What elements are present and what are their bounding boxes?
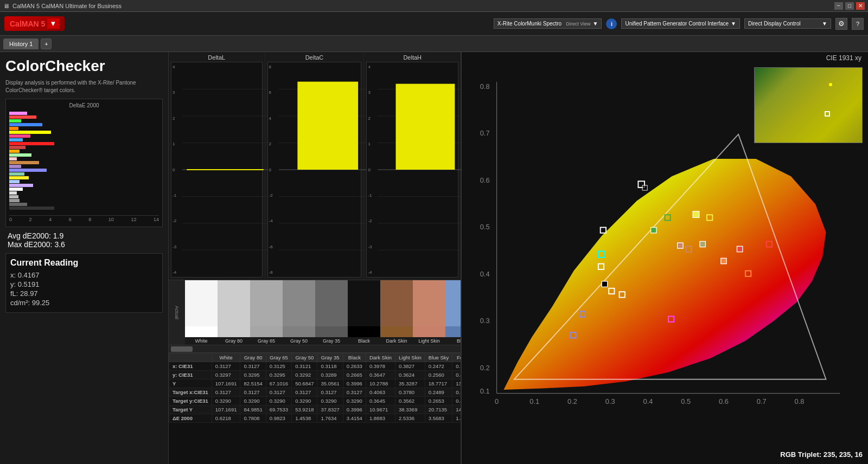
- avg-max-display: Avg dE2000: 1.9 Max dE2000: 3.6: [5, 231, 163, 249]
- cdm2-value: cd/m²: 99.25: [10, 299, 158, 307]
- col-header-white: White: [212, 353, 240, 362]
- logo-dropdown-button[interactable]: ▼: [47, 18, 59, 29]
- table-cell: 2.5336: [395, 414, 425, 423]
- table-cell: 0.3978: [366, 362, 395, 371]
- table-cell: 0.3359: [452, 362, 461, 371]
- swatch-black-target: [348, 326, 380, 337]
- swatch-gray35[interactable]: Gray 35: [315, 280, 348, 345]
- bar-row-12: [9, 153, 159, 157]
- logo: CalMAN 5 ▼: [4, 16, 65, 31]
- device1-selector[interactable]: X-Rite ColorMunki Spectro Direct View ▼: [494, 18, 602, 29]
- settings-button[interactable]: ⚙: [835, 18, 847, 30]
- close-button[interactable]: ✕: [856, 2, 865, 10]
- deltaC-area: 8 6 4 2 0 -2 -4 -6 -8: [267, 62, 362, 278]
- data-table-wrapper[interactable]: White Gray 80 Gray 65 Gray 50 Gray 35 Bl…: [169, 352, 461, 464]
- swatch-gray65[interactable]: Gray 65: [250, 280, 283, 345]
- col-header-lightskin: Light Skin: [395, 353, 425, 362]
- bar-row-23: [9, 195, 159, 198]
- swatch-gray50[interactable]: Gray 50: [283, 280, 315, 345]
- deltae-chart: DeltaE 2000: [5, 99, 163, 227]
- bar-row-27: [9, 210, 159, 214]
- table-cell: 0.3297: [212, 371, 240, 379]
- svg-rect-23: [396, 84, 455, 170]
- bar-row-17: [9, 172, 159, 176]
- titlebar: 🖥 CalMAN 5 CalMAN Ultimate for Business …: [0, 0, 868, 12]
- table-cell: 0.2489: [425, 388, 452, 397]
- cie-inset-target-marker: [825, 111, 830, 117]
- swatches-row: Actual White Gray 80 Gray 65: [169, 280, 461, 345]
- swatch-blue[interactable]: Blue: [445, 280, 461, 345]
- col-header-gray65: Gray 65: [266, 353, 291, 362]
- tabbar: History 1 +: [0, 36, 868, 52]
- bar-row-20: [9, 184, 159, 187]
- left-panel: ColorChecker Display analysis is perform…: [0, 52, 168, 464]
- swatch-black-actual: [348, 280, 380, 326]
- device3-selector[interactable]: Direct Display Control ▼: [744, 18, 831, 29]
- app-icon: 🖥: [3, 3, 9, 9]
- x-axis: 0 2 4 6 8 10 12 14: [9, 215, 159, 223]
- table-cell: 69.7533: [266, 405, 291, 414]
- swatch-gray50-actual: [283, 280, 315, 326]
- deltaC-chart: DeltaC 8 6 4 2 0 -2 -4 -6 -8: [265, 52, 365, 280]
- titlebar-controls: − □ ✕: [834, 2, 865, 10]
- bar-row-5: [9, 127, 159, 130]
- table-cell: 0.4326: [452, 371, 461, 379]
- swatch-gray80[interactable]: Gray 80: [218, 280, 250, 345]
- max-de2000: Max dE2000: 3.6: [8, 240, 163, 249]
- table-cell: 0.3290: [212, 397, 240, 405]
- minimize-button[interactable]: −: [834, 2, 843, 10]
- tab-history1[interactable]: History 1: [3, 38, 39, 49]
- mid-panel: DeltaL 4 3 2 1 0 -1 -2 -3 -4: [168, 52, 461, 464]
- table-cell: 38.3369: [395, 405, 425, 414]
- col-header-bluesky: Blue Sky: [425, 353, 452, 362]
- table-cell: 0.3289: [317, 371, 343, 379]
- deltae-chart-title: DeltaE 2000: [9, 102, 159, 108]
- device2-selector[interactable]: Unified Pattern Generator Control Interf…: [621, 18, 740, 29]
- swatch-lightskin[interactable]: Light Skin: [413, 280, 445, 345]
- table-cell: 0.4063: [366, 388, 395, 397]
- device2-dropdown-icon: ▼: [731, 21, 736, 27]
- table-cell: 0.3292: [292, 371, 317, 379]
- bar-row-6: [9, 131, 159, 134]
- marker-green-measured: [642, 185, 647, 190]
- scroll-thumb[interactable]: [171, 346, 193, 352]
- table-cell: 10.2788: [366, 379, 395, 388]
- swatch-lightskin-label: Light Skin: [418, 337, 441, 345]
- table-cell: 0.3127: [317, 388, 343, 397]
- table-cell: 0.3996: [343, 405, 366, 414]
- bar-row-14: [9, 161, 159, 164]
- col-header-foliage: Foliage: [452, 353, 461, 362]
- bar-row-4: [9, 123, 159, 126]
- swatch-white-target: [185, 326, 218, 337]
- col-header-gray80: Gray 80: [240, 353, 266, 362]
- table-cell: 0.3125: [266, 362, 291, 371]
- x-value: x: 0.4167: [10, 271, 158, 279]
- help-button[interactable]: ?: [852, 18, 864, 30]
- swatch-white[interactable]: White: [185, 280, 218, 345]
- table-cell: 0.3295: [266, 371, 291, 379]
- x-label-07: 0.7: [757, 397, 767, 405]
- maximize-button[interactable]: □: [845, 2, 854, 10]
- swatch-darkskin-label: Dark Skin: [385, 337, 407, 345]
- row-label: ΔE 2000: [169, 414, 212, 423]
- col-header-black: Black: [343, 353, 366, 362]
- swatch-blue-actual: [445, 280, 461, 326]
- swatch-black[interactable]: Black: [348, 280, 380, 345]
- horizontal-scrollbar[interactable]: [169, 345, 461, 352]
- row-label: x: CIE31: [169, 362, 212, 371]
- add-tab-button[interactable]: +: [41, 38, 52, 49]
- table-cell: 107.1691: [212, 405, 240, 414]
- marker-yellow: [693, 211, 699, 218]
- deltaL-svg: [182, 62, 273, 277]
- info-button[interactable]: i: [606, 18, 617, 29]
- swatch-gray80-target: [218, 326, 250, 337]
- marker-center1: [602, 281, 607, 287]
- bar-row-8: [9, 138, 159, 141]
- table-cell: 0.3127: [212, 362, 240, 371]
- table-cell: 0.3645: [366, 397, 395, 405]
- cie-inset-measured-dot: [829, 83, 832, 86]
- col-header-gray35: Gray 35: [317, 353, 343, 362]
- swatch-lightskin-target: [413, 326, 445, 337]
- table-cell: 20.7135: [425, 405, 452, 414]
- swatch-darkskin[interactable]: Dark Skin: [380, 280, 413, 345]
